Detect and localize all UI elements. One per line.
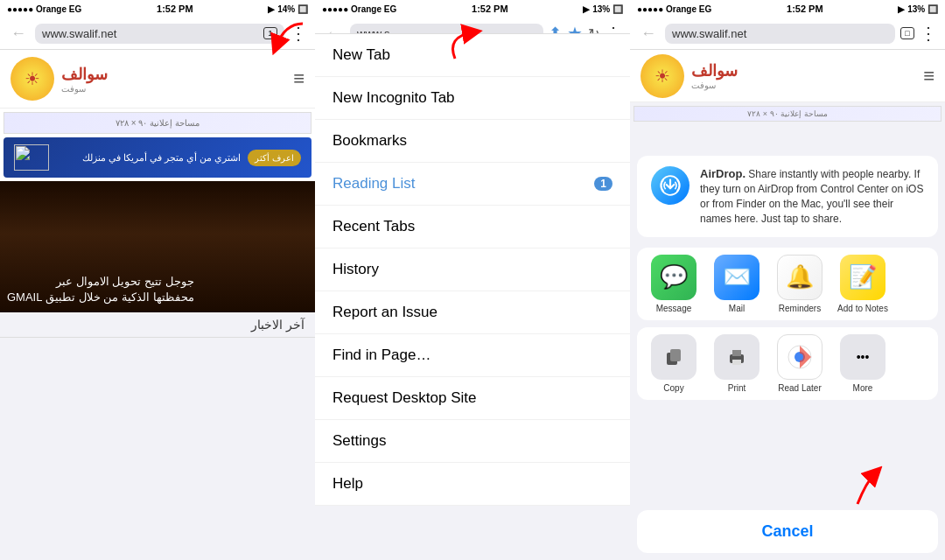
logo-area-left: ☀ سوالف سوفت: [10, 57, 108, 101]
hamburger-right[interactable]: ≡: [923, 65, 934, 88]
time-mid: 1:52 PM: [472, 4, 508, 14]
app-icon-message[interactable]: 💬 Message: [648, 255, 700, 313]
status-bar-left: ●●●●● Orange EG 1:52 PM ▶ 14% 🔲: [0, 0, 315, 18]
menu-item-recent-tabs[interactable]: Recent Tabs: [315, 206, 630, 248]
app-icons-row: 💬 Message ✉️ Mail 🔔 Reminders 📝 Add to N…: [637, 248, 938, 320]
site-name-left: سوفت: [61, 84, 108, 94]
menu-item-new-tab[interactable]: New Tab: [315, 34, 630, 77]
status-bar-mid: ●●●●● Orange EG 1:52 PM ▶ 13% 🔲: [315, 0, 630, 18]
action-icon-img: •••: [840, 334, 886, 380]
carrier-left: ●●●●● Orange EG: [7, 4, 81, 14]
site-logo-right: ☀: [640, 54, 684, 98]
action-icon-img: [651, 334, 696, 380]
hamburger-left[interactable]: ≡: [293, 67, 304, 90]
menu-item-bookmarks[interactable]: Bookmarks: [315, 120, 630, 163]
logo-area-right: ☀ سوالف سوفت: [640, 54, 738, 98]
url-text-right: www.swalif.net: [672, 27, 746, 40]
address-bar-left: ← www.swalif.net 1 ⋮: [0, 18, 315, 50]
promo-text-left: اشتري من أي متجر في أمريكا في منزلك: [56, 152, 241, 164]
battery-right: ▶ 13% 🔲: [898, 4, 938, 14]
app-icon-img: ✉️: [714, 255, 760, 300]
menu-button-right[interactable]: ⋮: [920, 23, 938, 44]
menu-item-reading-list[interactable]: Reading List1: [315, 163, 630, 206]
app-icon-label: Reminders: [779, 304, 821, 313]
svg-rect-2: [670, 349, 681, 361]
url-box-left[interactable]: www.swalif.net 1: [35, 24, 284, 44]
address-bar-right: ← www.swalif.net □ ⋮: [630, 18, 945, 50]
tab-btn-right[interactable]: □: [900, 27, 914, 39]
url-text-left: www.swalif.net: [42, 27, 116, 40]
action-icon-print[interactable]: Print: [710, 334, 763, 393]
action-icon-label: Copy: [663, 383, 683, 393]
menu-item-new-incognito-tab[interactable]: New Incognito Tab: [315, 77, 630, 120]
news-section-title-left: آخر الاخبار: [0, 312, 315, 338]
app-icon-mail[interactable]: ✉️ Mail: [710, 255, 763, 313]
share-sheet-panel: AirDrop. Share instantly with people nea…: [630, 149, 945, 560]
airdrop-text: AirDrop. Share instantly with people nea…: [700, 166, 924, 227]
menu-item-help[interactable]: Help: [315, 463, 630, 506]
app-icon-img: 💬: [651, 255, 696, 300]
airdrop-icon: [651, 166, 690, 205]
carrier-mid: ●●●●● Orange EG: [322, 4, 396, 14]
action-icon-label: Print: [728, 383, 746, 393]
app-icon-img: 📝: [840, 255, 886, 300]
app-icon-img: 🔔: [777, 255, 822, 300]
carrier-right: ●●●●● Orange EG: [637, 4, 711, 14]
menu-button-left[interactable]: ⋮: [290, 23, 308, 44]
menu-item-report-an-issue[interactable]: Report an Issue: [315, 291, 630, 334]
url-box-right[interactable]: www.swalif.net: [665, 24, 895, 44]
cancel-button[interactable]: Cancel: [637, 510, 938, 553]
menu-items-container: New TabNew Incognito TabBookmarksReading…: [315, 34, 630, 506]
panel-left: ●●●●● Orange EG 1:52 PM ▶ 14% 🔲 ← www.sw…: [0, 0, 315, 560]
time-right: 1:52 PM: [787, 4, 823, 14]
svg-rect-4: [732, 350, 741, 356]
action-icon-copy[interactable]: Copy: [648, 334, 700, 393]
action-icon-label: More: [853, 383, 873, 393]
app-icon-label: Message: [656, 304, 692, 313]
site-header-right: ☀ سوالف سوفت ≡: [630, 50, 945, 102]
site-header-left: ☀ سوالف سوفت ≡: [0, 50, 315, 108]
back-button-left[interactable]: ←: [7, 24, 30, 43]
ad-banner-right: مساحة إعلانية ٩٠ × ٧٢٨: [634, 106, 942, 122]
status-bar-right: ●●●●● Orange EG 1:52 PM ▶ 13% 🔲: [630, 0, 945, 18]
action-icon-read-later[interactable]: Read Later: [774, 334, 826, 393]
menu-item-find-in-page…[interactable]: Find in Page…: [315, 334, 630, 377]
app-icon-add-to-notes[interactable]: 📝 Add to Notes: [836, 255, 889, 313]
svg-point-8: [796, 354, 803, 360]
app-icon-label: Add to Notes: [837, 304, 888, 313]
ad-banner-left: مساحة إعلانية ٩٠ × ٧٢٨: [4, 112, 312, 134]
back-button-right[interactable]: ←: [637, 24, 660, 43]
menu-item-settings[interactable]: Settings: [315, 420, 630, 463]
news-image-left: جوجل تتيح تحويل الاموال عبر محفظتها الذك…: [0, 181, 315, 312]
menu-item-history[interactable]: History: [315, 248, 630, 291]
promo-btn-left[interactable]: اعرف أكثر: [248, 150, 301, 166]
news-caption-left: جوجل تتيح تحويل الاموال عبر محفظتها الذك…: [7, 274, 194, 305]
menu-item-request-desktop-site[interactable]: Request Desktop Site: [315, 377, 630, 420]
airdrop-section: AirDrop. Share instantly with people nea…: [637, 156, 938, 237]
panel-mid: ●●●●● Orange EG 1:52 PM ▶ 13% 🔲 ← www.s …: [315, 0, 630, 560]
action-icons-row: Copy Print Read Later ••• More: [637, 327, 938, 400]
battery-left: ▶ 14% 🔲: [268, 4, 308, 14]
app-icon-label: Mail: [729, 304, 745, 313]
time-left: 1:52 PM: [157, 4, 193, 14]
dropdown-menu: New TabNew Incognito TabBookmarksReading…: [315, 33, 630, 506]
action-icon-more[interactable]: ••• More: [836, 334, 889, 393]
svg-rect-5: [732, 360, 741, 365]
panel-right: ●●●●● Orange EG 1:52 PM ▶ 13% 🔲 ← www.sw…: [630, 0, 945, 560]
tab-count-left[interactable]: 1: [263, 27, 277, 39]
app-icon-reminders[interactable]: 🔔 Reminders: [774, 255, 826, 313]
action-icon-img: [777, 334, 822, 380]
promo-banner-left: اشتري من أي متجر في أمريكا في منزلك اعرف…: [4, 137, 312, 178]
site-logo-left: ☀: [10, 57, 54, 101]
action-icon-img: [714, 334, 760, 380]
action-icon-label: Read Later: [778, 383, 821, 393]
site-content-left: ☀ سوالف سوفت ≡ مساحة إعلانية ٩٠ × ٧٢٨ اش…: [0, 50, 315, 338]
battery-mid: ▶ 13% 🔲: [583, 4, 623, 14]
